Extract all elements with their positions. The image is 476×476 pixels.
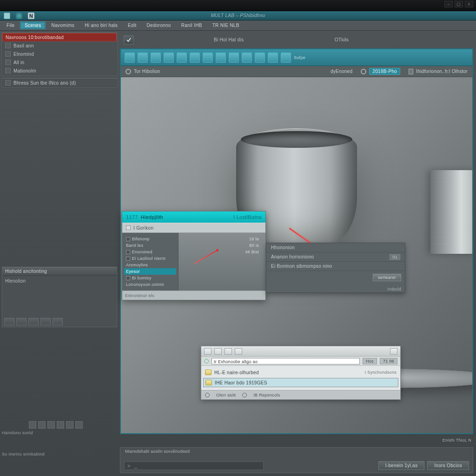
- outliner-row[interactable]: Mationolm: [2, 66, 117, 75]
- app-logo-icon: N: [28, 13, 34, 19]
- tool-icon[interactable]: [29, 421, 36, 429]
- refresh-button[interactable]: [235, 348, 242, 355]
- checkbox-icon[interactable]: [5, 68, 11, 73]
- os-titlebar: – ▢ ×: [0, 0, 476, 11]
- tool-icon[interactable]: [242, 53, 252, 63]
- parameters-panel: Hhononion Ananon hornoniono01 Ei Boninon…: [266, 243, 405, 293]
- history-btn[interactable]: [53, 318, 63, 325]
- outliner-row[interactable]: Basil ann: [2, 41, 117, 50]
- path-chip[interactable]: Hoc: [363, 358, 377, 364]
- menu-file[interactable]: File: [2, 21, 19, 29]
- tree-item[interactable]: Banit lex: [124, 242, 176, 249]
- tool-icon[interactable]: [190, 53, 200, 63]
- history-btn[interactable]: [40, 318, 51, 325]
- checkbox-icon[interactable]: [126, 250, 130, 254]
- tree-item[interactable]: Lononoyoon oninnt: [124, 281, 176, 288]
- checkbox-icon[interactable]: [126, 257, 130, 261]
- cylinder-icon[interactable]: [177, 53, 187, 63]
- history-btn[interactable]: [16, 318, 26, 325]
- dialog-preview[interactable]: 18 laBil isMi Bist: [178, 233, 265, 291]
- action-button-2[interactable]: Inors Obcios: [427, 461, 469, 470]
- menu-item-7[interactable]: TR NIE NLB: [208, 21, 244, 29]
- settings-icon[interactable]: [16, 13, 22, 19]
- menu-item-2[interactable]: Navomims: [46, 21, 79, 29]
- tool-icon[interactable]: [281, 53, 291, 63]
- dialog-titlebar[interactable]: 1177 Hiedpjlith I LostlBatns: [122, 212, 265, 223]
- tool-icon[interactable]: [66, 421, 73, 429]
- bulb-icon[interactable]: [125, 53, 135, 63]
- dialog-section[interactable]: I Gorikon: [122, 223, 265, 233]
- history-toolbar: [2, 317, 117, 327]
- command-input[interactable]: > _: [124, 462, 264, 470]
- tool-icon[interactable]: [216, 53, 226, 63]
- up-button[interactable]: [225, 348, 232, 355]
- vector-arrow-icon: [194, 249, 219, 264]
- minimize-button[interactable]: –: [444, 1, 453, 7]
- doc-icon: [409, 69, 413, 74]
- close-button[interactable]: ×: [465, 1, 473, 7]
- checkbox-icon[interactable]: [126, 276, 130, 280]
- tool-icon[interactable]: [57, 421, 64, 429]
- path-chip[interactable]: 71 06: [380, 358, 397, 364]
- tool-icon[interactable]: [47, 421, 55, 429]
- status-line: Miaredshabl aosiln sovolinodsed: [120, 448, 473, 455]
- folder-icon: [205, 380, 212, 385]
- tool-icon[interactable]: [229, 53, 239, 63]
- menu-item-5[interactable]: Dedoronno: [142, 21, 176, 29]
- path-field[interactable]: tr Exhonoobe altgo ao: [212, 358, 360, 364]
- info-pill[interactable]: 2018B-Pho: [369, 68, 400, 75]
- checkbox-icon[interactable]: [5, 51, 11, 57]
- checkbox-icon[interactable]: [5, 80, 11, 86]
- maximize-button[interactable]: ▢: [455, 1, 463, 7]
- tool-icon[interactable]: [268, 53, 278, 63]
- history-btn[interactable]: [28, 318, 39, 325]
- tree-item[interactable]: Enoroined: [124, 249, 176, 255]
- file-item[interactable]: HL-E naire-olhurbed I Synchondsons: [203, 368, 398, 377]
- param-row[interactable]: Ei Boninon sibmompso nino: [266, 262, 405, 271]
- history-panel: Hishold ancitonting Hlenolion: [2, 267, 117, 327]
- tree-item[interactable]: Arsmoylins: [124, 262, 176, 268]
- outliner-row[interactable]: All in: [2, 58, 117, 66]
- info-icon: [242, 393, 247, 397]
- property-row[interactable]: Bhress Sun tbe INco ano (d): [2, 79, 117, 87]
- tool-icon[interactable]: [255, 53, 265, 63]
- back-button[interactable]: [204, 348, 212, 355]
- menu-edit[interactable]: Edit: [123, 21, 141, 29]
- outliner-header[interactable]: Navrooos 10:borotibandad: [2, 33, 117, 41]
- cube-icon[interactable]: [164, 53, 174, 63]
- tree-item[interactable]: Bifenonp: [124, 236, 176, 242]
- param-row[interactable]: Ananon hornoniono01: [266, 252, 405, 262]
- checkbox-icon[interactable]: [5, 43, 11, 48]
- forward-button[interactable]: [214, 348, 222, 355]
- checkbox-icon[interactable]: [5, 60, 11, 65]
- sphere-icon[interactable]: [151, 53, 161, 63]
- info-left: Tor Hibolion: [134, 69, 160, 74]
- view-button[interactable]: [390, 348, 397, 355]
- tree-item-selected[interactable]: Eyesor: [124, 268, 176, 275]
- status-text-2: So insrino sninkabind: [2, 452, 45, 456]
- tree-item[interactable]: Ei Laolinol niernt: [124, 255, 176, 262]
- menu-scenes[interactable]: Scenes: [20, 21, 46, 29]
- document-icon[interactable]: [4, 13, 10, 19]
- menu-item-3[interactable]: Hi ano biri hals: [80, 21, 122, 29]
- tool-icon[interactable]: [38, 421, 46, 429]
- tool-icon[interactable]: [138, 53, 148, 63]
- tree-item[interactable]: Bi bomisy: [124, 275, 176, 281]
- status-text: Haindono sonld: [2, 430, 33, 435]
- param-row[interactable]: Hhononion: [266, 243, 405, 252]
- checkbox-icon[interactable]: [126, 237, 130, 241]
- tool-icon[interactable]: [203, 53, 213, 63]
- tool-icon[interactable]: [75, 421, 83, 429]
- viewport-confirm-button[interactable]: [124, 35, 134, 45]
- viewport-infobar: Tor Hibolion dyEnoned 2018B-Pho Ihidfori…: [121, 66, 472, 77]
- filebrowser-path: tr Exhonoobe altgo ao Hoc 71 06: [201, 357, 400, 366]
- file-item-selected[interactable]: IHE Haor bdo 1919GES: [203, 378, 398, 387]
- apply-button[interactable]: sertearer: [373, 274, 401, 281]
- filebrowser-status: Olerr asitt IB Repencols: [201, 390, 400, 399]
- action-button-1[interactable]: I-benein 1yl,as: [378, 461, 425, 470]
- menu-item-6[interactable]: Ranil IHB: [177, 21, 207, 29]
- history-btn[interactable]: [4, 318, 14, 325]
- outliner-row[interactable]: Elnomind: [2, 50, 117, 58]
- app-window: N MULT LAB – PShibidhno File Scenes Navo…: [0, 11, 476, 476]
- app-header: N MULT LAB – PShibidhno: [0, 11, 476, 20]
